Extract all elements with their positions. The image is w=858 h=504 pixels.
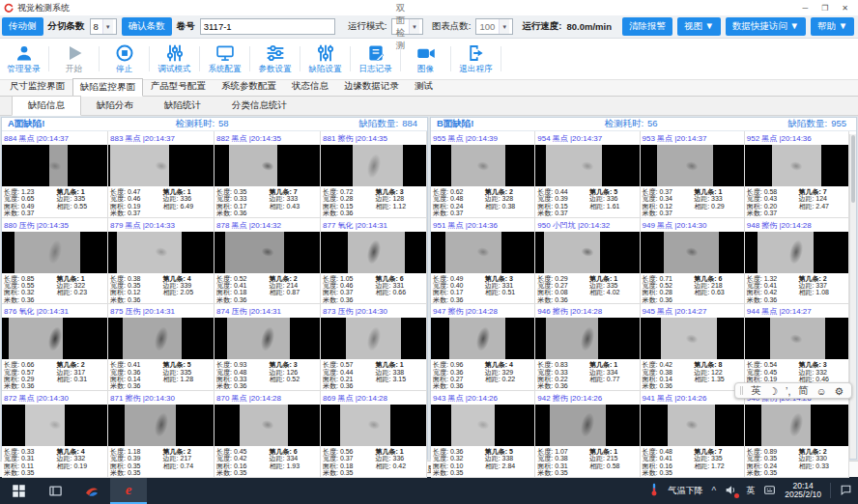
start-button[interactable]: 开始 [50,39,98,79]
defect-cell[interactable]: 870 黑点 |20:14:28 长度: 0.45 宽度: 0.42 面积: 0… [214,391,321,478]
tab-defect-monitor[interactable]: 缺陷监控界面 [72,78,143,97]
ime-punctuation-toggle[interactable]: ’, [786,385,790,397]
notification-center-button[interactable] [840,484,852,498]
defect-cell[interactable]: 878 黑点 |20:14:32 长度: 0.52 宽度: 0.41 面积: 0… [214,218,321,305]
defect-cell[interactable]: 873 压伤 |20:14:30 长度: 0.57 宽度: 0.44 面积: 0… [321,304,427,391]
tab-edge-data-record[interactable]: 边缘数据记录 [336,77,407,96]
defect-cell[interactable]: 940 擦伤 |20:14:26 长度: 0.89 宽度: 0.35 面积: 0… [745,391,849,478]
defect-cell[interactable]: 884 黑点 |20:14:37 长度: 1.23 宽度: 0.65 面积: 0… [2,131,108,218]
defect-spacing: 相距: 0.38 [485,203,533,210]
pinned-app-icon[interactable] [73,477,110,504]
subtab-defect-distribution[interactable]: 缺陷分布 [81,97,149,115]
ime-drag-handle[interactable] [740,386,743,395]
ime-simplified-toggle[interactable]: 简 [798,384,809,398]
defect-cell[interactable]: 944 黑点 |20:14:27 长度: 0.54 宽度: 0.45 面积: 0… [745,304,849,391]
defect-cell[interactable]: 954 黑点 |20:14:37 长度: 0.44 宽度: 0.39 面积: 0… [535,131,640,218]
defect-info: 长度: 0.89 宽度: 0.35 面积: 0.24 米数: 0.35 第几条:… [745,446,848,477]
run-mode-select[interactable]: 双面检测 ▼ [391,18,422,35]
defect-cell[interactable]: 874 压伤 |20:14:31 长度: 0.93 宽度: 0.48 面积: 0… [214,304,321,391]
maximize-button[interactable]: ❐ [821,4,828,13]
defect-cell[interactable]: 876 氧化 |20:14:31 长度: 0.66 宽度: 0.57 面积: 0… [2,304,108,391]
defect-cell[interactable]: 882 黑点 |20:14:35 长度: 0.35 宽度: 0.33 面积: 0… [214,131,321,218]
defect-info: 长度: 0.49 宽度: 0.40 面积: 0.17 米数: 0.36 第几条:… [431,273,534,304]
defect-cell[interactable]: 875 压伤 |20:14:31 长度: 0.41 宽度: 0.36 面积: 0… [108,304,214,391]
chart-points-value: 100 [479,21,495,32]
defect-panels: A面缺陷! 检测耗时: 58 缺陷数量: 884 884 黑点 |20:14:3… [0,116,858,461]
minimize-button[interactable]: ─ [802,4,808,13]
defect-cell[interactable]: 948 擦伤 |20:14:28 长度: 1.32 宽度: 0.41 面积: 0… [745,218,849,305]
defect-cell[interactable]: 953 黑点 |20:14:37 长度: 0.37 宽度: 0.34 面积: 0… [641,131,745,218]
defect-cell[interactable]: 871 擦伤 |20:14:30 长度: 1.18 宽度: 0.39 面积: 0… [108,391,214,478]
vertical-scrollbar[interactable] [849,134,856,459]
defect-cell[interactable]: 945 黑点 |20:14:27 长度: 0.42 宽度: 0.38 面积: 0… [641,304,745,391]
subtab-defect-info[interactable]: 缺陷信息 [12,96,81,116]
close-button[interactable]: ✕ [842,4,848,13]
tab-size-monitor[interactable]: 尺寸监控界面 [2,77,72,96]
defect-image [535,232,639,273]
taskbar-clock[interactable]: 20:14 2025/2/10 [785,482,821,500]
exit-program-button[interactable]: 退出程序 [452,39,500,79]
defect-cell[interactable]: 952 黑点 |20:14:36 长度: 0.58 宽度: 0.43 面积: 0… [745,131,849,218]
defect-cell[interactable]: 951 黑点 |20:14:36 长度: 0.49 宽度: 0.40 面积: 0… [431,218,535,305]
clear-alarm-button[interactable]: 清除报警 [622,17,672,36]
drive-side-button[interactable]: 传动侧 [2,17,43,36]
tab-test[interactable]: 测试 [407,77,441,96]
defect-cell[interactable]: 955 黑点 |20:14:39 长度: 0.62 宽度: 0.48 面积: 0… [431,131,535,218]
stop-button[interactable]: 停止 [100,39,148,79]
help-menu-button[interactable]: 帮助 ▼ [811,17,854,36]
task-view-button[interactable] [37,477,73,504]
defect-info: 长度: 0.48 宽度: 0.41 面积: 0.16 米数: 0.35 第几条:… [641,446,744,477]
scrollbar-thumb[interactable] [851,135,855,203]
tab-system-param-config[interactable]: 系统参数配置 [214,77,284,96]
tab-status-info[interactable]: 状态信息 [284,77,336,96]
tray-expand-chevron[interactable]: ^ [711,486,716,496]
defect-spacing: 相距: 0.58 [589,462,638,469]
ime-indicator-icon[interactable] [763,484,776,498]
chart-points-select[interactable]: 100 ▼ [475,18,513,35]
ime-emoji-button[interactable]: ☺ [816,385,827,397]
defect-spacing: 相距: 0.74 [163,462,212,469]
image-button[interactable]: 图像 [402,39,449,79]
run-mode-label: 运行模式: [348,20,387,33]
defect-width: 宽度: 0.38 [643,369,695,376]
defect-cell[interactable]: 883 黑点 |20:14:37 长度: 0.47 宽度: 0.46 面积: 0… [108,131,214,218]
admin-login-button[interactable]: 管理登录 [0,39,47,79]
defect-settings-button[interactable]: 缺陷设置 [301,39,349,79]
defect-cell[interactable]: 869 黑点 |20:14:28 长度: 0.56 宽度: 0.37 面积: 0… [321,391,427,478]
parameter-settings-button[interactable]: 参数设置 [251,39,299,79]
tab-product-model-config[interactable]: 产品型号配置 [143,77,214,96]
language-indicator[interactable]: 英 [746,485,755,497]
defect-cell[interactable]: 877 氧化 |20:14:31 长度: 1.05 宽度: 0.46 面积: 0… [321,218,427,305]
defect-cell[interactable]: 879 黑点 |20:14:33 长度: 0.38 宽度: 0.35 面积: 0… [108,218,214,305]
subtab-class-info-statistics[interactable]: 分类信息统计 [216,97,302,115]
defect-cell[interactable]: 881 擦伤 |20:14:35 长度: 0.72 宽度: 0.28 面积: 0… [321,131,427,218]
active-app-icon[interactable]: e [110,477,147,504]
defect-cell[interactable]: 950 小凹坑 |20:14:32 长度: 0.29 宽度: 0.27 面积: … [535,218,640,305]
defect-spacing: 相距: 1.72 [694,462,742,469]
subtab-defect-statistics[interactable]: 缺陷统计 [149,97,216,115]
defect-cell[interactable]: 943 黑点 |20:14:26 长度: 0.36 宽度: 0.32 面积: 0… [431,391,535,478]
roll-number-input[interactable] [200,18,335,35]
volume-icon[interactable] [725,484,737,498]
slit-count-select[interactable]: 8 ▼ [90,18,117,35]
ime-halfwidth-moon-icon[interactable]: ☽ [769,385,778,397]
weather-text[interactable]: 气温下降 [668,485,702,497]
defect-meter: 米数: 0.36 [216,382,270,389]
view-menu-button[interactable]: 视图 ▼ [677,17,721,36]
data-quick-access-button[interactable]: 数据快捷访问 ▼ [726,17,806,36]
start-menu-button[interactable] [0,477,37,504]
defect-cell[interactable]: 942 擦伤 |20:14:26 长度: 1.07 宽度: 0.38 面积: 0… [535,391,640,478]
defect-cell[interactable]: 872 黑点 |20:14:30 长度: 0.33 宽度: 0.31 面积: 0… [2,391,108,478]
debug-mode-button[interactable]: 调试模式 [151,39,198,79]
defect-cell[interactable]: 941 黑点 |20:14:26 长度: 0.48 宽度: 0.41 面积: 0… [641,391,745,478]
confirm-count-button[interactable]: 确认条数 [122,17,172,36]
system-config-button[interactable]: 系统配置 [201,39,248,79]
defect-cell[interactable]: 949 黑点 |20:14:30 长度: 0.71 宽度: 0.52 面积: 0… [641,218,745,305]
defect-strip-index: 第几条: 5 [485,448,533,455]
ime-lang-toggle[interactable]: 英 [751,384,761,398]
defect-cell[interactable]: 946 擦伤 |20:14:28 长度: 0.83 宽度: 0.33 面积: 0… [535,304,640,391]
defect-cell[interactable]: 880 压伤 |20:14:35 长度: 0.85 宽度: 0.55 面积: 0… [2,218,108,305]
ime-settings-gear-icon[interactable]: ⚙ [835,385,844,397]
defect-cell[interactable]: 947 擦伤 |20:14:28 长度: 0.96 宽度: 0.36 面积: 0… [431,304,535,391]
log-record-button[interactable]: 日志记录 [352,39,399,79]
